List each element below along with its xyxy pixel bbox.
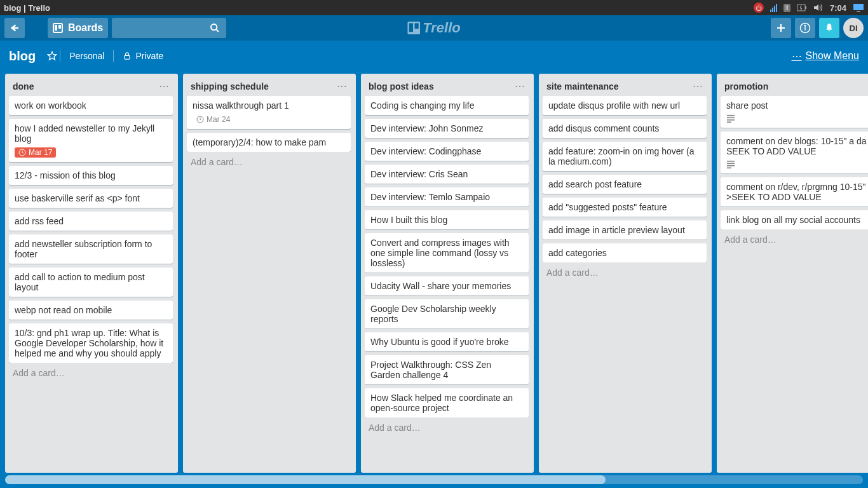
wifi-icon[interactable]: [770, 3, 777, 12]
card[interactable]: comment on r/dev, r/prgmng 10-15" >SEEK …: [721, 177, 868, 207]
card[interactable]: How Slack helped me coordinate an open-s…: [365, 388, 529, 417]
list-title[interactable]: blog post ideas: [369, 81, 512, 92]
card[interactable]: add search post feature: [543, 175, 707, 194]
list-header: site maintenance⋯: [543, 78, 708, 96]
card[interactable]: use baskerville serif as <p> font: [9, 189, 173, 208]
search-input[interactable]: [112, 18, 226, 38]
card-title: add rss feed: [15, 216, 167, 226]
card-title: (temporary)2/4: how to make pam: [193, 137, 345, 147]
card-list: nissa walkthrough part 1Mar 24(temporary…: [187, 96, 352, 152]
card[interactable]: Dev interview: Cris Sean: [365, 165, 529, 184]
card[interactable]: link blog on all my social accounts: [721, 210, 868, 229]
list-header: blog post ideas⋯: [365, 78, 530, 96]
card[interactable]: Google Dev Scholarship weekly reports: [365, 299, 529, 329]
card-title: Google Dev Scholarship weekly reports: [370, 304, 523, 324]
card[interactable]: how I added newsteller to my Jekyll blog…: [9, 119, 173, 162]
list-menu-button[interactable]: ⋯: [512, 80, 527, 92]
trello-logo[interactable]: Trello: [407, 20, 461, 36]
card[interactable]: comment on dev blogs: 10-15" a da > SEEK…: [721, 132, 868, 173]
card[interactable]: add disqus comment counts: [543, 119, 707, 138]
card-title: add categories: [548, 248, 701, 258]
svg-line-8: [216, 29, 219, 32]
add-button[interactable]: [771, 18, 791, 38]
card[interactable]: Udacity Wall - share your memories: [365, 276, 529, 295]
card[interactable]: 12/3 - mission of this blog: [9, 166, 173, 185]
card[interactable]: Convert and compress images with one sim…: [365, 233, 529, 273]
monitor-icon[interactable]: [853, 3, 864, 12]
card[interactable]: add newsteller subscription form to foot…: [9, 234, 173, 264]
add-card-button[interactable]: Add a card…: [365, 417, 530, 435]
back-button[interactable]: [4, 18, 25, 38]
card-title: Dev interview: Cris Sean: [370, 169, 523, 179]
list-title[interactable]: promotion: [724, 81, 868, 92]
card[interactable]: nissa walkthrough part 1Mar 24: [187, 96, 351, 129]
list: done⋯work on workbookhow I added newstel…: [5, 74, 178, 473]
show-menu-button[interactable]: ⋯ Show Menu: [792, 50, 860, 62]
list-title[interactable]: site maintenance: [546, 81, 690, 92]
list-menu-button[interactable]: ⋯: [690, 80, 705, 92]
card-title: comment on r/dev, r/prgmng 10-15" >SEEK …: [726, 182, 868, 202]
card[interactable]: (temporary)2/4: how to make pam: [187, 133, 351, 152]
card-title: Dev interview: John Sonmez: [370, 123, 523, 133]
lock-icon: [123, 51, 132, 60]
add-card-button[interactable]: Add a card…: [9, 363, 174, 381]
add-card-button[interactable]: Add a card…: [721, 229, 868, 247]
svg-rect-2: [853, 4, 864, 10]
team-link[interactable]: Personal: [69, 51, 104, 61]
card[interactable]: webp not read on mobile: [9, 301, 173, 320]
info-button[interactable]: [795, 18, 815, 38]
card[interactable]: Dev interview: Temlo Sampaio: [365, 187, 529, 207]
card-title: add search post feature: [548, 179, 701, 189]
svg-rect-11: [414, 24, 418, 29]
battery-icon[interactable]: [797, 3, 807, 12]
card-title: nissa walkthrough part 1: [193, 100, 345, 111]
list-header: shipping schedule⋯: [187, 78, 352, 96]
card-title: Coding is changing my life: [370, 100, 523, 111]
os-titlebar: blog | Trello ⏻ lt 7:04: [0, 0, 868, 15]
card[interactable]: work on workbook: [9, 96, 173, 115]
list: site maintenance⋯update disqus profile w…: [539, 74, 712, 473]
visibility-button[interactable]: Private: [123, 51, 163, 61]
board-canvas[interactable]: done⋯work on workbookhow I added newstel…: [0, 71, 868, 488]
list-menu-button[interactable]: ⋯: [334, 80, 349, 92]
keyboard-layout[interactable]: lt: [783, 4, 790, 12]
card-title: how I added newsteller to my Jekyll blog: [15, 123, 167, 144]
svg-rect-6: [58, 25, 61, 29]
card-title: comment on dev blogs: 10-15" a da > SEEK…: [726, 136, 868, 156]
add-card-button[interactable]: Add a card…: [543, 262, 708, 280]
list-title[interactable]: shipping schedule: [191, 81, 334, 92]
card[interactable]: add categories: [543, 243, 707, 262]
card[interactable]: update disqus profile with new url: [543, 96, 707, 115]
card[interactable]: add "suggested posts" feature: [543, 198, 707, 217]
volume-icon[interactable]: [813, 3, 824, 12]
svg-rect-10: [409, 24, 413, 32]
card-title: add call to action to medium post layout: [15, 272, 167, 292]
card[interactable]: Project Walkthrough: CSS Zen Garden chal…: [365, 355, 529, 384]
board-name[interactable]: blog: [9, 49, 36, 64]
card[interactable]: add rss feed: [9, 212, 173, 231]
scrollbar-thumb[interactable]: [5, 475, 606, 484]
card-list: Coding is changing my lifeDev interview:…: [365, 96, 530, 417]
card[interactable]: Dev interview: Codingphase: [365, 142, 529, 161]
svg-rect-5: [55, 25, 57, 30]
power-icon[interactable]: ⏻: [754, 3, 764, 13]
boards-button[interactable]: Boards: [48, 18, 108, 38]
card[interactable]: add image in article preview layout: [543, 220, 707, 240]
list-menu-button[interactable]: ⋯: [156, 80, 172, 92]
add-card-button[interactable]: Add a card…: [187, 152, 352, 170]
card[interactable]: Dev interview: John Sonmez: [365, 119, 529, 138]
card[interactable]: add call to action to medium post layout: [9, 268, 173, 297]
card[interactable]: How I built this blog: [365, 210, 529, 229]
card[interactable]: Why Ubuntu is good if yuo're broke: [365, 332, 529, 351]
notifications-button[interactable]: [819, 18, 839, 38]
card[interactable]: share post: [721, 96, 868, 128]
svg-point-7: [211, 24, 217, 30]
list-title[interactable]: done: [13, 81, 156, 92]
card[interactable]: 10/3: gnd ph1 wrap up. Title: What is Go…: [9, 323, 173, 363]
card[interactable]: Coding is changing my life: [365, 96, 529, 115]
star-icon[interactable]: [47, 51, 57, 61]
card[interactable]: add feature: zoom-in on img hover (a la …: [543, 142, 707, 171]
avatar[interactable]: DI: [843, 18, 864, 38]
card-title: 10/3: gnd ph1 wrap up. Title: What is Go…: [15, 328, 167, 358]
horizontal-scrollbar[interactable]: [5, 475, 863, 484]
